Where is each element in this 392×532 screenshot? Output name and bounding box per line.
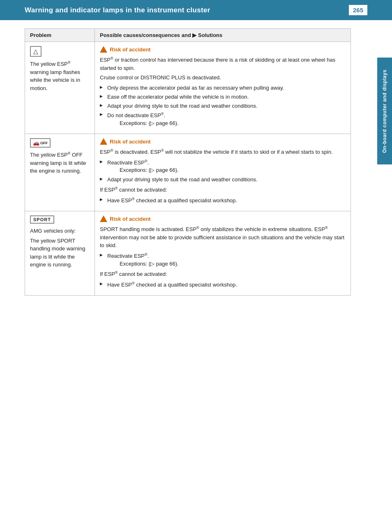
page-number: 265	[349, 5, 367, 15]
list-item: Adapt your driving style to suit the roa…	[100, 102, 346, 110]
main-content: Problem Possible causes/consequences and…	[0, 28, 392, 296]
col-problem-header: Problem	[25, 29, 95, 42]
extra-para-2: If ESP® cannot be activated:	[100, 186, 346, 194]
problem-text-3-prefix: AMG vehicles only:	[30, 227, 90, 235]
list-item: Do not deactivate ESP®. Exceptions: (▷ p…	[100, 111, 346, 127]
sport-badge: SPORT	[30, 215, 54, 224]
esp-off-text: OFF	[40, 141, 48, 145]
cause-text-2a: ESP® is deactivated. ESP® will not stabi…	[100, 148, 346, 156]
indent-text: Exceptions: (▷ page 66).	[107, 260, 346, 268]
risk-heading-1: Risk of accident	[100, 46, 346, 53]
causes-cell-2: Risk of accident ESP® is deactivated. ES…	[95, 134, 351, 211]
page-header: Warning and indicator lamps in the instr…	[0, 0, 392, 20]
list-item: Have ESP® checked at a qualified special…	[100, 197, 346, 205]
col-causes-header: Possible causes/consequences and ▶ Solut…	[95, 29, 351, 42]
esp-car-icon: 🚗	[33, 140, 39, 146]
page-title: Warning and indicator lamps in the instr…	[25, 6, 210, 14]
problem-cell-1: △ The yellow ESP® warning lamp flashes w…	[25, 42, 95, 134]
causes-cell-3: Risk of accident SPORT handling mode is …	[95, 211, 351, 296]
causes-cell-1: Risk of accident ESP® or traction contro…	[95, 42, 351, 134]
info-table: Problem Possible causes/consequences and…	[25, 28, 351, 296]
extra-bullet-list-3: Have ESP® checked at a qualified special…	[100, 281, 346, 289]
list-item: Have ESP® checked at a qualified special…	[100, 281, 346, 289]
risk-triangle-icon-3	[100, 215, 107, 222]
risk-triangle-icon-2	[100, 138, 107, 145]
table-row: 🚗 OFF The yellow ESP® OFF warning lamp i…	[25, 134, 351, 211]
sidebar-label: On-board computer and displays	[377, 58, 392, 164]
esp-off-badge: 🚗 OFF	[30, 138, 51, 148]
problem-text-1: The yellow ESP® warning lamp flashes whi…	[30, 60, 90, 92]
bullet-list-2: Reactivate ESP®. Exceptions: (▷ page 66)…	[100, 159, 346, 183]
table-row: SPORT AMG vehicles only: The yellow SPOR…	[25, 211, 351, 296]
extra-para-3: If ESP® cannot be activated:	[100, 270, 346, 278]
table-row: △ The yellow ESP® warning lamp flashes w…	[25, 42, 351, 134]
problem-text-2: The yellow ESP® OFF warning lamp is lit …	[30, 151, 90, 175]
list-item: Adapt your driving style to suit the roa…	[100, 176, 346, 183]
cause-text-3a: SPORT handling mode is activated. ESP® o…	[100, 225, 346, 250]
risk-heading-2: Risk of accident	[100, 138, 346, 145]
indent-text: Exceptions: (▷ page 66).	[107, 167, 346, 174]
warning-triangle-icon: △	[33, 48, 38, 55]
extra-bullet-list-2: Have ESP® checked at a qualified special…	[100, 197, 346, 205]
problem-text-3: The yellow SPORT handling mode warning l…	[30, 237, 90, 269]
indent-text: Exceptions: (▷ page 66).	[107, 120, 346, 127]
list-item: Reactivate ESP®. Exceptions: (▷ page 66)…	[100, 252, 346, 268]
bullet-list-1: Only depress the accelerator pedal as fa…	[100, 84, 346, 127]
cause-text-1a: ESP® or traction control has intervened …	[100, 56, 346, 72]
problem-cell-2: 🚗 OFF The yellow ESP® OFF warning lamp i…	[25, 134, 95, 211]
problem-cell-3: SPORT AMG vehicles only: The yellow SPOR…	[25, 211, 95, 296]
cause-text-1b: Cruise control or DISTRONIC PLUS is deac…	[100, 74, 346, 82]
bullet-list-3: Reactivate ESP®. Exceptions: (▷ page 66)…	[100, 252, 346, 268]
list-item: Ease off the accelerator pedal while the…	[100, 93, 346, 101]
risk-triangle-icon-1	[100, 46, 107, 53]
list-item: Reactivate ESP®. Exceptions: (▷ page 66)…	[100, 159, 346, 174]
risk-heading-3: Risk of accident	[100, 215, 346, 222]
list-item: Only depress the accelerator pedal as fa…	[100, 84, 346, 92]
warning-badge-icon: △	[30, 46, 42, 57]
